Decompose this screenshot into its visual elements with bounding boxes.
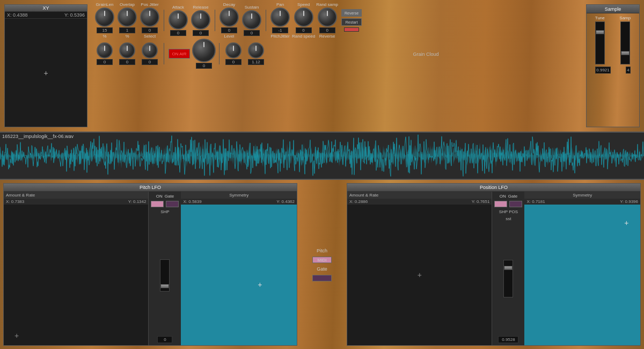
knob-group-posjitter: Pos Jitter 0 Select [139, 2, 160, 39]
waveform-canvas[interactable] [0, 133, 644, 179]
reverse-button[interactable]: Reverse [341, 9, 362, 17]
knob-group-randsamp: Rand samp 0 Reverse [316, 2, 338, 39]
position-on-gate-btns [494, 201, 522, 207]
sustain-knob[interactable] [242, 10, 261, 30]
sustain-label: Sustain [245, 5, 259, 10]
position-slider-value: 0.9528 [498, 336, 518, 343]
xy-panel: XY X: 0.4388 Y: 0.5396 + [4, 4, 87, 127]
position-shp-slider-area [503, 223, 513, 334]
knob-group-b2: 0 [139, 42, 160, 65]
position-sym-display[interactable]: + [524, 205, 640, 345]
samp-value: 4 [626, 67, 630, 74]
restart-button[interactable]: Restart [341, 18, 362, 26]
xy-y-coord: Y: 0.5396 [64, 12, 85, 18]
level-knob[interactable] [192, 39, 216, 62]
level-sublabel: Level [224, 34, 234, 39]
randsamp-knob[interactable] [318, 8, 337, 27]
pitch-sym-y: Y: 0.4362 [276, 199, 295, 204]
samp-label: Samp [619, 16, 631, 20]
position-on-button[interactable] [494, 201, 507, 207]
position-gate-label: Gate [508, 194, 517, 199]
on-air-button[interactable]: ON AIR [169, 49, 190, 59]
pitch-lfo-x: X: 0.7383 [6, 199, 24, 204]
pitch-gate-label: Gate [165, 194, 174, 199]
pitch-gate-button[interactable] [166, 201, 179, 207]
pitch-lfo-xy-section: Amount & Rate X: 0.7383 Y: 0.1342 + [4, 192, 149, 345]
overlap-knob[interactable] [118, 8, 137, 27]
position-gate-button[interactable] [509, 201, 522, 207]
sep5 [219, 43, 219, 64]
rev-restart-group: Reverse Restart [339, 7, 364, 34]
tune-slider[interactable] [595, 21, 605, 64]
sep4 [164, 43, 164, 64]
pitch-shp-slider-area [160, 216, 170, 334]
grain-cloud-label-bottom: Grain Cloud [268, 51, 584, 57]
pitch-lfo-y: Y: 0.1342 [128, 199, 147, 204]
randspeed-value: 1.12 [248, 59, 264, 65]
sample-values-row: 0.9921 4 [589, 67, 637, 74]
on-air-group: ON AIR [167, 48, 191, 60]
bottom-knob-1[interactable] [119, 42, 135, 59]
position-sym-x: X: 0.7181 [526, 199, 545, 204]
tune-thumb [596, 30, 604, 34]
tune-value: 0.9921 [595, 67, 610, 74]
samp-slider-group: Samp [619, 16, 631, 64]
pitch-on-button[interactable] [151, 201, 164, 207]
position-lfo-title: Position LFO [347, 184, 640, 192]
knob-group-level: 0 [192, 39, 216, 69]
grain-cloud-text: Grain Cloud [413, 52, 438, 57]
pitch-lfo-xy-display[interactable]: + [4, 205, 148, 345]
pitchjitter-knob[interactable] [225, 42, 241, 59]
position-lfo-x: X: 0.2886 [349, 199, 368, 204]
pitch-midi-pitch-label: Pitch [317, 248, 327, 253]
grain-bottom-row: 0 0 0 ON AIR 0 [92, 39, 586, 69]
decay-knob[interactable] [219, 8, 239, 27]
waveform-section[interactable]: 165223__impulslogik__fx-06.wav [0, 132, 644, 180]
release-knob[interactable] [191, 10, 210, 30]
pitch-sym-coords: X: 0.5839 Y: 0.4362 [181, 199, 297, 205]
posjitter-sublabel: Select [144, 34, 156, 39]
position-on-label: ON [500, 194, 506, 199]
pitch-sym-display[interactable]: + [181, 205, 297, 345]
position-on-gate-labels: ON Gate [500, 194, 517, 199]
top-section: XY X: 0.4388 Y: 0.5396 + GrainLen 15 % [0, 0, 644, 132]
bottom-knob-0[interactable] [97, 42, 113, 59]
samp-slider[interactable] [620, 21, 630, 64]
sample-title: Sample [587, 5, 639, 13]
pan-label: Pan [276, 2, 284, 7]
sustain-value: 0 [244, 30, 260, 36]
pitch-lfo-buttons: ON Gate SHP 0 [149, 192, 181, 345]
xy-display[interactable]: + [5, 19, 87, 127]
attack-knob[interactable] [169, 10, 188, 30]
reverse-toplabel: Reverse [319, 34, 335, 39]
grain-controls: GrainLen 15 % Overlap 1 % Pos Jitter 0 [92, 0, 586, 132]
position-lfo-inner: Amount & Rate X: 0.2886 Y: 0.7651 + ON G… [347, 192, 640, 345]
pitch-gate-toggle[interactable] [312, 275, 332, 281]
pan-knob[interactable] [270, 8, 290, 27]
tune-label: Tune [595, 16, 605, 20]
posjitter-knob[interactable] [140, 8, 159, 27]
pitch-slider-value: 0 [157, 336, 172, 343]
position-shp-slider[interactable] [503, 260, 513, 297]
pitch-on-label: ON [156, 194, 163, 199]
xy-coords: X: 0.4388 Y: 0.5396 [5, 12, 87, 19]
overlap-sublabel: % [125, 34, 129, 39]
position-lfo-xy-display[interactable]: + [347, 205, 492, 345]
sep2 [215, 10, 215, 31]
bottom-knob-2[interactable] [142, 42, 158, 59]
release-label: Release [193, 5, 208, 10]
position-sym-crosshair: + [624, 219, 628, 227]
posjitter-label: Pos Jitter [141, 2, 158, 7]
speed-knob[interactable] [294, 8, 313, 27]
pitch-midi-button[interactable]: MIDI [312, 257, 332, 263]
grainlen-knob[interactable] [95, 8, 114, 27]
knob-group-attack: Attack 0 [167, 5, 189, 36]
bottom-val-0: 0 [97, 59, 113, 65]
sample-controls-row: Tune Samp [589, 16, 637, 64]
pitch-shp-slider[interactable] [160, 259, 170, 292]
release-value: 0 [193, 30, 209, 36]
randspeed-knob[interactable] [248, 42, 264, 59]
pitch-lfo-inner: Amount & Rate X: 0.7383 Y: 0.1342 + ON G… [4, 192, 297, 345]
waveform-filename: 165223__impulslogik__fx-06.wav [2, 134, 74, 139]
level-val: 0 [196, 63, 212, 69]
